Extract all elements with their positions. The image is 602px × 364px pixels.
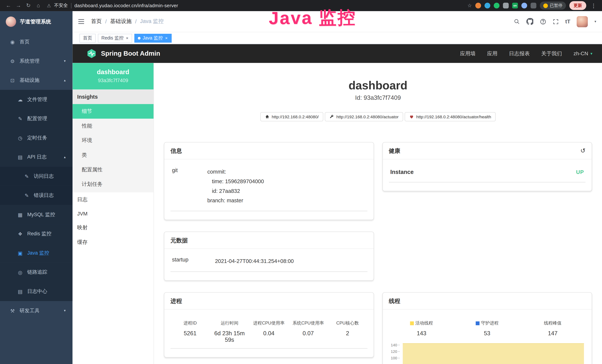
sba-nav-journal[interactable]: 日志报表 — [509, 50, 530, 57]
url-text[interactable]: dashboard.yudao.iocoder.cn/infra/admin-s… — [74, 3, 178, 8]
sba-item-classes[interactable]: 类 — [73, 148, 153, 162]
sba-item-mappings[interactable]: 映射 — [73, 221, 153, 235]
paused-button[interactable]: 已暂停 — [540, 1, 566, 10]
sidebar-item-system[interactable]: ⚙ 系统管理 ▾ — [0, 51, 73, 71]
info-key: git — [172, 167, 207, 205]
extension-icon-on[interactable]: on — [512, 3, 518, 8]
sba-item-scheduled-tasks[interactable]: 计划任务 — [73, 177, 153, 192]
sidebar-item-config-manage[interactable]: ✎ 配置管理 — [0, 109, 73, 128]
sba-item-config-props[interactable]: 配置属性 — [73, 162, 153, 177]
fullscreen-icon[interactable] — [553, 19, 559, 24]
back-icon[interactable]: ← — [4, 0, 13, 11]
avatar-caret-icon[interactable]: ▾ — [595, 20, 596, 23]
extension-icon-5[interactable] — [521, 3, 527, 8]
metadata-row-startup: startup 2021-04-27T00:44:31.254+08:00 — [170, 252, 367, 272]
font-size-icon[interactable]: tT — [565, 18, 570, 24]
browser-home-icon[interactable]: ⌂ — [34, 0, 43, 11]
breadcrumb-home[interactable]: 首页 — [91, 18, 102, 25]
actuator-url-button[interactable]: http://192.168.0.2:48080/actuator — [325, 112, 403, 121]
health-instance-row[interactable]: Instance UP — [389, 162, 585, 182]
sidebar-item-tracing[interactable]: ◎ 链路追踪 — [0, 263, 73, 282]
sba-brand[interactable]: Spring Boot Admin — [86, 48, 160, 59]
extension-icon-2[interactable] — [484, 3, 490, 8]
sidebar-item-redis-monitor[interactable]: ❖ Redis 监控 — [0, 224, 73, 244]
sba-item-metrics[interactable]: 性能 — [73, 119, 153, 133]
github-icon[interactable] — [527, 18, 533, 25]
metadata-card-header: 元数据 — [164, 232, 373, 249]
sba-language-select[interactable]: zh-CN ▾ — [573, 51, 592, 56]
sba-item-jvm[interactable]: JVM — [73, 207, 153, 220]
sba-nav-applications[interactable]: 应用 — [487, 50, 497, 57]
sidebar-item-label: 基础设施 — [20, 77, 40, 84]
process-col-header: 系统CPU使用率 — [289, 320, 328, 326]
threads-legend: 活动线程 143 守护进程 — [389, 313, 585, 338]
mysql-icon: ▦ — [17, 212, 23, 217]
instance-url-button[interactable]: http://192.168.0.2:48080/ — [260, 112, 323, 121]
sba-nav-about[interactable]: 关于我们 — [541, 50, 562, 57]
threads-card-body: 活动线程 143 守护进程 — [383, 310, 592, 364]
address-bar[interactable]: ⚠ 不安全 dashboard.yudao.iocoder.cn/infra/a… — [47, 2, 467, 9]
gear-icon: ⚙ — [10, 58, 15, 64]
threads-chart-yaxis: 140 120 100 — [389, 344, 403, 364]
browser-menu-icon[interactable]: ⋮ — [590, 2, 597, 9]
search-icon[interactable] — [514, 18, 520, 24]
warning-icon: ⚠ — [47, 3, 51, 8]
bookmark-star-icon[interactable]: ☆ — [467, 3, 472, 8]
sidebar-item-file-manage[interactable]: ☁ 文件管理 — [0, 90, 73, 109]
sidebar-item-label: 研发工具 — [20, 307, 40, 314]
process-col-syscpu: 系统CPU使用率 0.07 — [289, 320, 328, 343]
sidebar-item-label: 配置管理 — [27, 115, 47, 122]
sidebar-item-infra[interactable]: ⊡ 基础设施 ▴ — [0, 71, 73, 90]
tab-home[interactable]: 首页 — [80, 33, 96, 43]
user-avatar[interactable] — [577, 16, 588, 27]
security-label[interactable]: 不安全 — [54, 2, 68, 9]
sidebar-item-home[interactable]: ◉ 首页 — [0, 32, 73, 52]
sba-item-logs[interactable]: 日志 — [73, 192, 153, 207]
sidebar-item-label: 首页 — [20, 38, 30, 45]
extension-icon-3[interactable] — [494, 3, 499, 8]
history-icon[interactable]: ↺ — [580, 148, 585, 154]
y-tick: 100 — [391, 356, 399, 360]
sba-item-environment[interactable]: 环境 — [73, 133, 153, 148]
tab-java-monitor[interactable]: Java 监控 × — [135, 33, 172, 43]
info-card-title: 信息 — [170, 147, 182, 154]
log-center-icon: ▤ — [17, 289, 23, 294]
breadcrumb-infra[interactable]: 基础设施 — [110, 18, 132, 25]
app-sidebar: 芋道管理系统 ◉ 首页 ⚙ 系统管理 ▾ ⊡ 基础设施 ▴ ☁ — [0, 11, 73, 364]
sba-item-caches[interactable]: 缓存 — [73, 235, 153, 250]
process-col-uptime: 运行时间 6d 23h 15m 59s — [210, 320, 249, 343]
help-icon[interactable] — [540, 18, 546, 25]
sidebar-item-error-log[interactable]: ✎ 错误日志 — [0, 186, 73, 205]
dashboard-icon: ◉ — [10, 39, 15, 45]
sidebar-item-log-center[interactable]: ▤ 日志中心 — [0, 282, 73, 301]
tab-redis-monitor[interactable]: Redis 监控 × — [98, 33, 132, 43]
metadata-card: 元数据 startup 2021-04-27T00:44:31.254+08:0… — [164, 232, 374, 281]
sidebar-item-mysql-monitor[interactable]: ▦ MySQL 监控 — [0, 205, 73, 224]
health-url-button[interactable]: http://192.168.0.2:48080/actuator/health — [405, 112, 496, 121]
process-col-value: 0.04 — [249, 330, 289, 336]
sidebar-item-access-log[interactable]: ✎ 访问日志 — [0, 167, 73, 186]
sidebar-item-dev-tools[interactable]: ⚒ 研发工具 ▾ — [0, 301, 73, 321]
sidebar-item-api-log[interactable]: ▤ API 日志 ▴ — [0, 147, 73, 167]
threads-legend-label: 守护进程 — [481, 320, 499, 326]
extension-icon-6[interactable] — [531, 3, 536, 8]
sidebar-item-java-monitor[interactable]: ▣ Java 监控 — [0, 244, 73, 263]
close-icon[interactable]: × — [126, 36, 129, 40]
sidebar-item-scheduled-jobs[interactable]: ◷ 定时任务 — [0, 128, 73, 148]
process-col-header: 进程CPU使用率 — [249, 320, 289, 326]
close-icon[interactable]: × — [165, 36, 168, 40]
extension-icon-4[interactable] — [503, 3, 509, 8]
update-button[interactable]: 更新 — [569, 1, 586, 10]
app-logo[interactable]: 芋道管理系统 — [0, 11, 73, 32]
page-title: dashboard — [164, 79, 592, 92]
sba-item-details[interactable]: 细节 — [73, 104, 153, 119]
sba-nav-wallboard[interactable]: 应用墙 — [460, 50, 475, 57]
extension-icon-1[interactable] — [475, 3, 481, 8]
breadcrumb-current: Java 监控 — [140, 18, 163, 25]
forward-icon[interactable]: → — [14, 0, 23, 11]
sba-app-header[interactable]: dashboard 93a3fc7f7409 — [73, 63, 153, 90]
reload-icon[interactable]: ↻ — [24, 0, 33, 11]
threads-live: 活动线程 143 — [389, 320, 454, 336]
hamburger-icon[interactable] — [78, 18, 85, 25]
browser-actions: ☆ on 已暂停 更新 ⋮ — [467, 1, 598, 10]
